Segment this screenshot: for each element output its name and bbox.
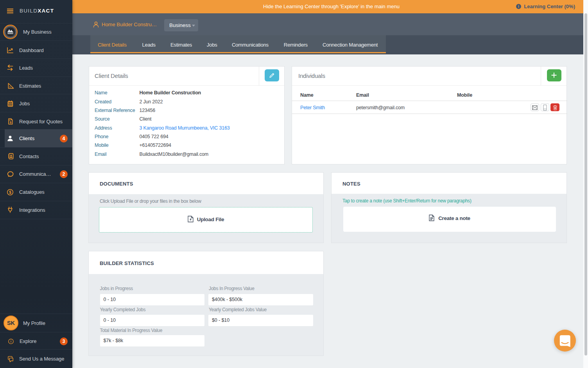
svg-text:$: $	[10, 121, 12, 124]
svg-text:$: $	[9, 190, 11, 194]
svg-text:MOUNTAIN: MOUNTAIN	[7, 32, 14, 34]
